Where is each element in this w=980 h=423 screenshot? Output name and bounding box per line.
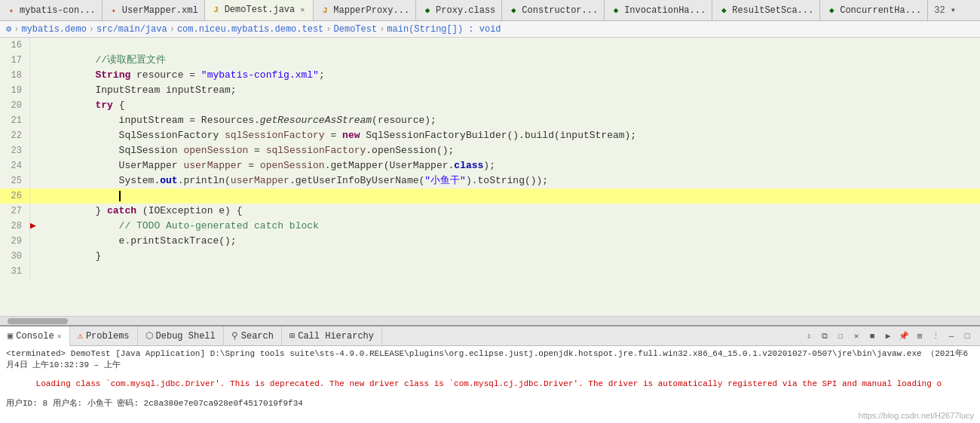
console-terminated-line: <terminated> DemoTest [Java Application]… [6, 348, 974, 370]
java-icon: J [320, 5, 330, 16]
line-number: 17 [0, 53, 30, 68]
breadcrumb-method[interactable]: main(String[]) : void [387, 24, 501, 35]
xml-icon: ✦ [6, 5, 17, 16]
line-gutter [30, 249, 42, 264]
code-line-22: 22 SqlSessionFactory sqlSessionFactory =… [0, 128, 980, 143]
tab-label: ResultSetSca... [732, 5, 813, 16]
line-number: 22 [0, 128, 30, 143]
code-line-27: 27 } catch (IOException e) { [0, 204, 980, 219]
code-line-16: 16 [0, 38, 980, 53]
tab-demotest-java[interactable]: J DemoTest.java ✕ [205, 0, 314, 21]
panel-tab-problems[interactable]: ⚠ Problems [70, 326, 138, 346]
tab-invocationha[interactable]: ◆ InvocationHa... [605, 0, 712, 21]
line-content: SqlSession openSession = sqlSessionFacto… [42, 143, 980, 158]
line-content: String resource = "mybatis-config.xml"; [42, 68, 980, 83]
code-line-17: 17 //读取配置文件 [0, 53, 980, 68]
breadcrumb-src[interactable]: src/main/java [96, 24, 167, 35]
tab-overflow-button[interactable]: 32 ▾ [928, 5, 962, 16]
line-content: e.printStackTrace(); [42, 234, 980, 249]
toolbar-minimize-btn[interactable]: — [945, 330, 958, 343]
code-line-30: 30 } [0, 249, 980, 264]
line-gutter [30, 53, 42, 68]
code-line-31: 31 [0, 264, 980, 279]
line-number: 19 [0, 83, 30, 98]
line-number: 27 [0, 204, 30, 219]
tab-mapperproxy[interactable]: J MapperProxy... [314, 0, 416, 21]
line-number: 29 [0, 234, 30, 249]
error-text: Loading class `com.mysql.jdbc.Driver'. T… [36, 379, 942, 388]
line-gutter [30, 234, 42, 249]
panel-tab-search[interactable]: ⚲ Search [224, 326, 282, 346]
class-icon: ◆ [826, 5, 837, 16]
tab-label: mybatis-con... [20, 5, 96, 16]
line-gutter: ▶ [30, 219, 42, 234]
line-number: 23 [0, 143, 30, 158]
code-line-29: 29 e.printStackTrace(); [0, 234, 980, 249]
line-number: 20 [0, 98, 30, 113]
tab-label: Constructor... [522, 5, 598, 16]
line-gutter [30, 143, 42, 158]
toolbar-copy-btn[interactable]: ⧉ [818, 330, 831, 343]
toolbar-pin-btn[interactable]: 📌 [897, 330, 911, 343]
toolbar-settings-btn[interactable]: ⋮ [929, 330, 942, 343]
panel-tab-debug-shell[interactable]: ⬡ Debug Shell [138, 326, 224, 346]
toolbar-relaunch-btn[interactable]: ▶ [881, 330, 895, 343]
class-icon: ◆ [422, 5, 433, 16]
code-lines[interactable]: 16 17 //读取配置文件 18 String resource = "myb… [0, 38, 980, 316]
line-content: // TODO Auto-generated catch block [42, 219, 980, 234]
panel-tab-console[interactable]: ▣ Console ✕ [0, 326, 70, 346]
console-icon: ▣ [8, 330, 13, 342]
code-line-23: 23 SqlSession openSession = sqlSessionFa… [0, 143, 980, 158]
toolbar-expand-btn[interactable]: ⊞ [913, 330, 926, 343]
tab-proxy-class[interactable]: ◆ Proxy.class [416, 0, 502, 21]
tab-constructor[interactable]: ◆ Constructor... [502, 0, 605, 21]
line-gutter [30, 264, 42, 279]
toolbar-terminate-btn[interactable]: ■ [865, 330, 879, 343]
tab-label: Proxy.class [436, 5, 495, 16]
line-number: 21 [0, 113, 30, 128]
tab-bar: ✦ mybatis-con... ✦ UserMapper.xml J Demo… [0, 0, 980, 21]
debug-icon: ⬡ [145, 330, 153, 342]
line-gutter [30, 189, 42, 204]
breadcrumb-item-0[interactable]: ⚙ [6, 23, 11, 35]
line-number: 31 [0, 264, 30, 279]
line-gutter [30, 204, 42, 219]
toolbar-scroll-lock-btn[interactable]: ⇩ [802, 330, 816, 343]
line-gutter [30, 173, 42, 189]
breadcrumb-project[interactable]: mybatis.demo [21, 24, 86, 35]
horizontal-scrollbar[interactable] [0, 316, 980, 325]
console-content: <terminated> DemoTest [Java Application]… [0, 346, 980, 423]
tab-label: UserMapper.xml [122, 5, 198, 16]
toolbar-clear-btn[interactable]: ☐ [834, 330, 847, 343]
tab-label: InvocationHa... [624, 5, 706, 16]
code-line-25: 25 System.out.println(userMapper.getUser… [0, 173, 980, 189]
breadcrumb-package[interactable]: com.niceu.mybatis.demo.test [177, 24, 323, 35]
toolbar-close-console-btn[interactable]: ✕ [850, 330, 863, 343]
console-close-icon[interactable]: ✕ [57, 332, 62, 341]
tab-close-button[interactable]: ✕ [298, 5, 307, 14]
line-gutter [30, 83, 42, 98]
scrollbar-thumb[interactable] [8, 318, 68, 324]
tab-concurrentha[interactable]: ◆ ConcurrentHa... [820, 0, 928, 21]
tab-label: DemoTest.java [225, 5, 296, 15]
line-gutter [30, 38, 42, 53]
line-content: SqlSessionFactory sqlSessionFactory = ne… [42, 128, 980, 143]
breadcrumb-sep: › [379, 24, 384, 35]
panel-tab-search-label: Search [241, 331, 274, 342]
breadcrumb-sep: › [14, 24, 19, 35]
tab-usermapper-xml[interactable]: ✦ UserMapper.xml [103, 0, 205, 21]
toolbar-maximize-btn[interactable]: □ [960, 330, 974, 343]
breadcrumb: ⚙ › mybatis.demo › src/main/java › com.n… [0, 21, 980, 38]
panel-tab-call-hierarchy[interactable]: ⊞ Call Hierarchy [282, 326, 382, 346]
code-line-21: 21 inputStream = Resources.getResourceAs… [0, 113, 980, 128]
breadcrumb-class[interactable]: DemoTest [334, 24, 378, 35]
tab-label: ConcurrentHa... [840, 5, 921, 16]
line-gutter [30, 113, 42, 128]
tab-mybatis-con[interactable]: ✦ mybatis-con... [0, 0, 103, 21]
tab-resultsetscal[interactable]: ◆ ResultSetSca... [712, 0, 820, 21]
terminated-text: <terminated> DemoTest [Java Application]… [6, 349, 968, 369]
line-number: 28 [0, 219, 30, 234]
panel-tab-debug-label: Debug Shell [156, 331, 216, 342]
line-content: System.out.println(userMapper.getUserInf… [42, 173, 980, 189]
line-content [42, 189, 980, 204]
